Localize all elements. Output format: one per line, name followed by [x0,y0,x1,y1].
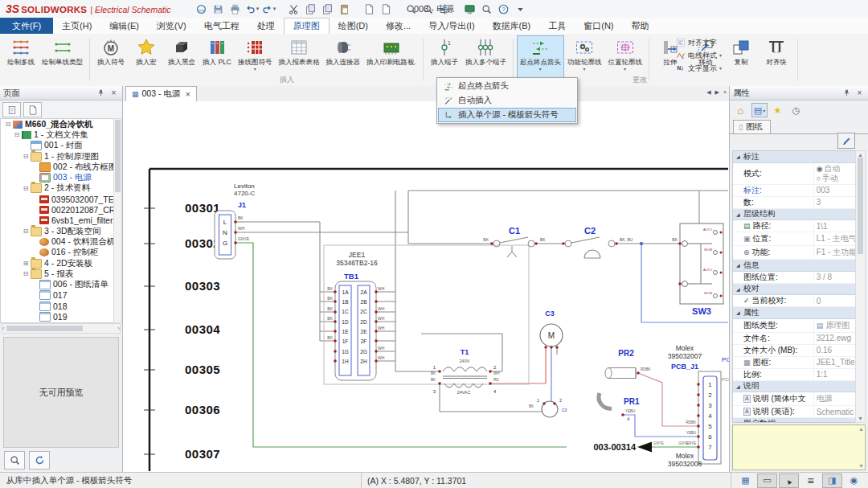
qat-button[interactable] [479,2,495,16]
tab-close-icon[interactable] [723,89,727,96]
ribbon-button[interactable]: 插入黑盒 [164,35,199,82]
qat-button[interactable] [403,2,420,16]
statusbar-toggle[interactable] [779,474,799,488]
properties-view-button[interactable]: ▾ [751,103,768,117]
dropdown-menu-item[interactable]: 插入单个源 - 模板箭头符号 [438,108,576,122]
statusbar-toggle[interactable] [822,474,842,488]
new-page-button[interactable] [2,102,21,117]
tree-item[interactable]: 006 - 图纸清单 [1,279,114,289]
tree-item[interactable]: 6vsb1_emi_filter.pdf [1,215,114,226]
expander-icon[interactable]: ⊟ [13,131,21,138]
tree-item[interactable]: ⊟3 - 3D配装空间 [1,226,114,236]
menu-item[interactable]: 工具 [539,18,575,34]
statusbar-toggle[interactable] [735,474,755,488]
ribbon-button[interactable]: 对齐块 [759,35,794,82]
ribbon-button[interactable]: 插入印刷电路板. [363,35,420,82]
close-icon[interactable] [108,88,119,98]
menu-item[interactable]: 导入/导出(I) [420,18,483,34]
property-row[interactable]: 模式: ◉自动 ○手动 [733,163,855,185]
ribbon-button[interactable]: 插入多个端子 [462,35,510,82]
radio-manual[interactable]: ○手动 [817,174,841,183]
qat-button[interactable] [337,2,353,16]
ribbon-button[interactable]: 复制 [723,35,759,82]
section-description[interactable]: ◢说明 [733,381,855,393]
property-row[interactable]: 路径:1\1 [733,220,855,232]
pin-icon[interactable] [96,88,106,98]
property-row[interactable]: 功能:F1 - 主功能 [733,246,855,260]
menu-item[interactable]: 绘图(D) [330,18,377,34]
menu-item[interactable]: 窗口(N) [575,18,622,34]
section-hierarchy[interactable]: ◢层级结构 [733,209,855,221]
property-row[interactable]: 图框:JEE1_TitleBlock [733,357,855,369]
qat-button[interactable] [496,2,512,16]
statusbar-toggle[interactable] [844,474,864,488]
window-control[interactable] [807,20,820,31]
qat-button[interactable]: ▾ [244,2,260,16]
tab-prev-icon[interactable] [706,89,710,96]
statusbar-toggle[interactable] [800,474,821,488]
qat-button[interactable] [379,2,395,16]
properties-view-button[interactable] [788,103,805,117]
tree-item[interactable]: ⊞4 - 2D安装板 [1,258,114,269]
property-row[interactable]: 当前校对:0 [733,295,855,307]
ribbon-button[interactable]: 绘制多线 [3,35,39,82]
scroll-left-icon[interactable] [2,325,5,332]
property-row[interactable]: 图纸位置:3 / 8 [733,272,855,284]
tree-item[interactable]: 0022012087_CRIMP_H [1,204,114,215]
tree-item[interactable]: 0395032007_TERMINA [1,194,114,204]
tree-item[interactable]: 004 - 饮料混合机 [1,236,114,247]
property-row[interactable]: 数:3 [733,197,855,209]
description-note-box[interactable] [732,424,866,470]
tab-next-icon[interactable] [715,89,719,96]
menu-item[interactable]: 电气工程 [195,18,248,34]
qat-button[interactable] [211,2,227,16]
menu-item[interactable]: 修改... [377,18,420,34]
property-row[interactable]: 文件名:3212.ewg [733,333,855,345]
close-icon[interactable] [854,88,865,98]
window-control[interactable] [821,20,834,31]
window-control[interactable] [845,1,868,18]
qat-button[interactable]: ▾ [261,2,277,16]
tree-item[interactable]: ⊟1 - 控制原理图 [1,151,114,162]
colored-wires[interactable] [235,243,728,447]
component-c2[interactable]: C2 [565,226,615,247]
tree-item[interactable]: 017 [1,290,114,301]
component-sw3[interactable]: AUTO MOM AUTO MOM SW3 [680,223,723,316]
page-view-button[interactable] [23,102,42,117]
window-control[interactable] [836,20,849,31]
section-attributes[interactable]: ◢属性 [733,307,855,319]
property-row[interactable]: A说明 (简体中文电源 [733,392,855,406]
property-row[interactable]: A说明 (英语):Schematic - Pow [733,406,855,418]
tree-item[interactable]: 001 - 封面 [1,141,114,151]
tree-horizontal-scrollbar[interactable] [2,323,121,334]
property-row[interactable]: 文件大小 (MB):0.16 [733,345,855,357]
qat-button[interactable] [194,2,210,16]
ribbon-button[interactable]: 插入符号 [93,35,129,82]
expander-icon[interactable]: ⊟ [22,228,30,235]
radio-auto[interactable]: ◉自动 [817,164,841,174]
qat-button[interactable] [362,2,378,16]
preview-button[interactable] [4,451,25,470]
schematic-canvas[interactable]: 00301 00302 00303 00304 00305 00306 0030… [123,101,730,473]
tree-item[interactable]: 002 - 布线方框图 [1,162,114,172]
component-tb1[interactable]: JEE1 35346TB2-16 TB1 1A1B 1C1D 1E1F 1G1H… [324,245,529,384]
scroll-right-icon[interactable] [117,325,120,332]
component-pr2[interactable]: PR2 RDBK [605,349,651,379]
qat-button[interactable] [462,2,478,16]
property-row[interactable]: 标注:003 [733,185,855,197]
pin-icon[interactable] [841,88,852,98]
section-revision[interactable]: ◢校对 [733,284,855,296]
refresh-button[interactable] [29,451,50,470]
menu-item[interactable]: 主页(H) [53,18,100,34]
menu-item[interactable]: 数据库(B) [484,18,540,34]
ribbon-button[interactable]: 接线图符号▾ [235,35,276,82]
properties-scrollbar[interactable] [855,150,866,423]
component-c1[interactable]: C1 [493,226,534,247]
tree-item[interactable]: ⊟2 - 技术资料 [1,183,114,194]
ribbon-button[interactable]: 功能轮廓线▾ [564,35,605,82]
section-info[interactable]: ◢信息 [733,260,855,272]
property-row[interactable]: 位置:L1 - 主电气室 [733,232,855,246]
tree-item[interactable]: 018 [1,301,114,311]
qat-button[interactable] [420,2,436,16]
tab-sheet[interactable]: ▯图纸 [733,120,771,133]
